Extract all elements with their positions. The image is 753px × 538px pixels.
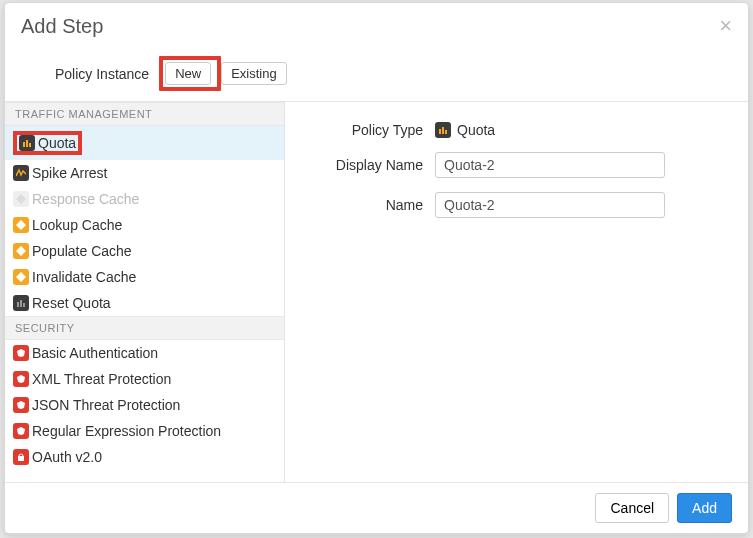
policy-label: Response Cache <box>32 191 139 207</box>
policy-xml-threat[interactable]: XML Threat Protection <box>5 366 284 392</box>
svg-rect-1 <box>26 140 28 147</box>
modal-header: Add Step × <box>5 3 748 46</box>
display-name-input[interactable] <box>435 152 665 178</box>
add-button[interactable]: Add <box>677 493 732 523</box>
cache-icon <box>13 217 29 233</box>
lock-icon <box>13 449 29 465</box>
policy-list[interactable]: TRAFFIC MANAGEMENT Quota Spike Arrest <box>5 102 285 482</box>
svg-rect-7 <box>17 302 19 307</box>
policy-lookup-cache[interactable]: Lookup Cache <box>5 212 284 238</box>
svg-marker-6 <box>16 272 26 282</box>
policy-label: JSON Threat Protection <box>32 397 180 413</box>
policy-quota[interactable]: Quota <box>5 126 284 160</box>
display-name-row: Display Name <box>315 152 718 178</box>
policy-label: Quota <box>38 135 76 151</box>
policy-label: XML Threat Protection <box>32 371 171 387</box>
policy-type-row: Policy Type Quota <box>315 122 718 138</box>
policy-json-threat[interactable]: JSON Threat Protection <box>5 392 284 418</box>
shield-icon <box>13 423 29 439</box>
svg-marker-3 <box>16 194 26 204</box>
policy-basic-auth[interactable]: Basic Authentication <box>5 340 284 366</box>
quota-icon <box>19 135 35 151</box>
svg-rect-9 <box>23 303 25 307</box>
form-pane: Policy Type Quota Display Name Name <box>285 102 748 482</box>
policy-spike-arrest[interactable]: Spike Arrest <box>5 160 284 186</box>
modal-title: Add Step <box>21 15 103 38</box>
policy-label: Populate Cache <box>32 243 132 259</box>
svg-rect-11 <box>439 129 441 134</box>
existing-button[interactable]: Existing <box>221 62 287 85</box>
shield-icon <box>13 397 29 413</box>
highlight-new: New <box>159 56 221 91</box>
modal-body: TRAFFIC MANAGEMENT Quota Spike Arrest <box>5 101 748 483</box>
name-row: Name <box>315 192 718 218</box>
policy-label: Spike Arrest <box>32 165 107 181</box>
name-input[interactable] <box>435 192 665 218</box>
policy-instance-row: Policy Instance New Existing <box>5 46 748 101</box>
policy-type-value: Quota <box>435 122 495 138</box>
name-label: Name <box>315 197 435 213</box>
policy-populate-cache[interactable]: Populate Cache <box>5 238 284 264</box>
svg-rect-0 <box>23 142 25 147</box>
policy-invalidate-cache[interactable]: Invalidate Cache <box>5 264 284 290</box>
svg-rect-8 <box>20 300 22 307</box>
add-step-modal: Add Step × Policy Instance New Existing … <box>4 2 749 534</box>
svg-rect-13 <box>445 130 447 134</box>
policy-label: Basic Authentication <box>32 345 158 361</box>
svg-rect-2 <box>29 143 31 147</box>
cancel-button[interactable]: Cancel <box>595 493 669 523</box>
group-security: SECURITY <box>5 316 284 340</box>
policy-type-text: Quota <box>457 122 495 138</box>
cache-icon <box>13 191 29 207</box>
policy-label: Reset Quota <box>32 295 111 311</box>
group-traffic: TRAFFIC MANAGEMENT <box>5 102 284 126</box>
reset-icon <box>13 295 29 311</box>
shield-icon <box>13 371 29 387</box>
policy-regex[interactable]: Regular Expression Protection <box>5 418 284 444</box>
display-name-label: Display Name <box>315 157 435 173</box>
svg-marker-4 <box>16 220 26 230</box>
cache-icon <box>13 269 29 285</box>
new-button[interactable]: New <box>165 62 211 85</box>
policy-response-cache: Response Cache <box>5 186 284 212</box>
policy-reset-quota[interactable]: Reset Quota <box>5 290 284 316</box>
svg-marker-5 <box>16 246 26 256</box>
modal-footer: Cancel Add <box>5 483 748 533</box>
svg-rect-10 <box>18 456 24 461</box>
policy-label: Invalidate Cache <box>32 269 136 285</box>
close-icon[interactable]: × <box>719 15 732 37</box>
policy-label: Regular Expression Protection <box>32 423 221 439</box>
spike-icon <box>13 165 29 181</box>
quota-icon <box>435 122 451 138</box>
policy-label: OAuth v2.0 <box>32 449 102 465</box>
shield-icon <box>13 345 29 361</box>
policy-oauth[interactable]: OAuth v2.0 <box>5 444 284 470</box>
policy-type-label: Policy Type <box>315 122 435 138</box>
policy-instance-label: Policy Instance <box>55 66 149 82</box>
svg-rect-12 <box>442 127 444 134</box>
cache-icon <box>13 243 29 259</box>
policy-label: Lookup Cache <box>32 217 122 233</box>
